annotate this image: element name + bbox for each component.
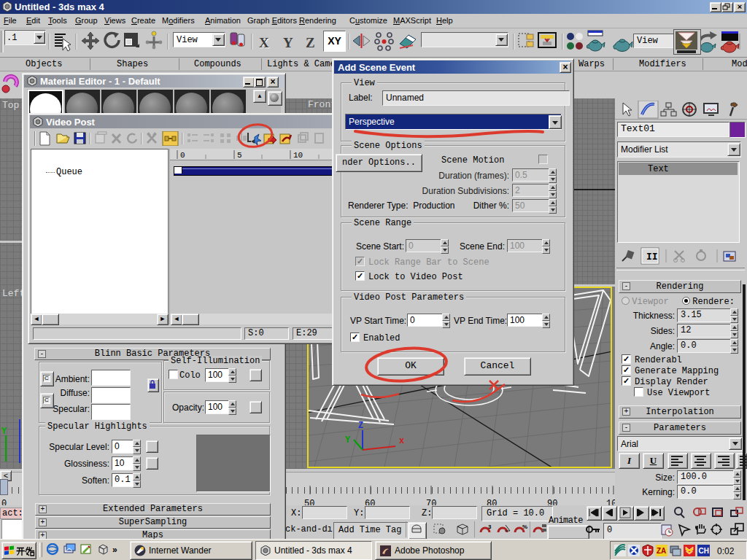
svg-text:X: X: [259, 35, 269, 50]
svg-text:0: 0: [180, 151, 185, 160]
svg-text:CH: CH: [699, 547, 709, 555]
svg-text:ZA: ZA: [657, 547, 666, 555]
svg-text:Y: Y: [1, 427, 7, 437]
svg-text:Z: Z: [358, 421, 363, 431]
svg-text:10: 10: [293, 151, 303, 160]
svg-text:x: x: [399, 436, 404, 446]
svg-text:Z: Z: [306, 35, 315, 50]
svg-text:3: 3: [488, 524, 492, 530]
svg-text:Y: Y: [345, 435, 351, 446]
svg-text:II: II: [646, 252, 658, 262]
svg-text:5: 5: [237, 151, 242, 160]
svg-text:%: %: [522, 524, 527, 530]
svg-text:Y: Y: [283, 35, 293, 50]
